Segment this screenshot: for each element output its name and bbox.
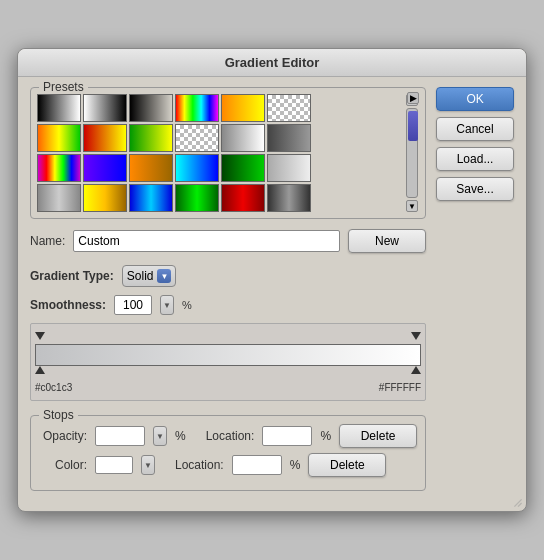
save-button[interactable]: Save... <box>436 177 514 201</box>
preset-item[interactable] <box>37 154 81 182</box>
preset-item[interactable] <box>221 124 265 152</box>
preset-item[interactable] <box>37 94 81 122</box>
opacity-location-input[interactable] <box>262 426 312 446</box>
opacity-stop-right[interactable] <box>411 332 421 340</box>
smoothness-input[interactable] <box>114 295 152 315</box>
color-stop-right[interactable] <box>411 366 421 374</box>
opacity-unit: % <box>175 429 186 443</box>
smoothness-dropdown[interactable]: ▼ <box>160 295 174 315</box>
preset-item[interactable] <box>129 154 173 182</box>
gradient-editor-dialog: Gradient Editor Presets ▶ ▲ ▼ <box>17 48 527 512</box>
preset-item[interactable] <box>83 94 127 122</box>
gradient-type-arrow-icon: ▼ <box>157 269 171 283</box>
opacity-stop-left[interactable] <box>35 332 45 340</box>
preset-item[interactable] <box>175 184 219 212</box>
stops-group: Stops Opacity: ▼ % Location: % Delete <box>30 415 426 491</box>
opacity-input[interactable] <box>95 426 145 446</box>
scrollbar-thumb[interactable] <box>408 111 418 141</box>
svg-line-0 <box>514 499 521 506</box>
preset-item[interactable] <box>175 124 219 152</box>
preset-item[interactable] <box>221 184 265 212</box>
delete-opacity-button[interactable]: Delete <box>339 424 417 448</box>
preset-item[interactable] <box>221 94 265 122</box>
preset-item[interactable] <box>221 154 265 182</box>
resize-handle[interactable] <box>512 497 524 509</box>
gradient-type-label: Gradient Type: <box>30 269 114 283</box>
left-color-label: #c0c1c3 <box>35 382 72 393</box>
presets-label: Presets <box>39 80 88 94</box>
dialog-title: Gradient Editor <box>18 49 526 77</box>
new-button[interactable]: New <box>348 229 426 253</box>
presets-scrollbar: ▲ ▼ <box>405 94 419 212</box>
opacity-dropdown[interactable]: ▼ <box>153 426 167 446</box>
name-row: Name: New <box>30 229 426 253</box>
cancel-button[interactable]: Cancel <box>436 117 514 141</box>
opacity-stop-row: Opacity: ▼ % Location: % Delete <box>39 424 417 448</box>
opacity-location-unit: % <box>320 429 331 443</box>
presets-group: Presets ▶ ▲ ▼ <box>30 87 426 219</box>
delete-color-button[interactable]: Delete <box>308 453 386 477</box>
preset-item[interactable] <box>267 154 311 182</box>
color-location-unit: % <box>290 458 301 472</box>
color-swatch[interactable] <box>95 456 133 474</box>
right-color-label: #FFFFFF <box>379 382 421 393</box>
preset-item[interactable] <box>83 184 127 212</box>
preset-item[interactable] <box>129 94 173 122</box>
scroll-down-button[interactable]: ▼ <box>406 200 418 212</box>
color-field-label: Color: <box>39 458 87 472</box>
opacity-field-label: Opacity: <box>39 429 87 443</box>
scrollbar-track[interactable] <box>406 108 418 198</box>
gradient-bar[interactable] <box>35 344 421 366</box>
right-panel: OK Cancel Load... Save... <box>436 87 514 491</box>
color-dropdown[interactable]: ▼ <box>141 455 155 475</box>
preset-item[interactable] <box>37 184 81 212</box>
svg-line-1 <box>518 503 522 507</box>
preset-item[interactable] <box>83 154 127 182</box>
preset-item[interactable] <box>83 124 127 152</box>
preset-item[interactable] <box>267 184 311 212</box>
left-panel: Presets ▶ ▲ ▼ N <box>30 87 426 491</box>
name-label: Name: <box>30 234 65 248</box>
gradient-type-select[interactable]: Solid ▼ <box>122 265 177 287</box>
color-stop-row: Color: ▼ Location: % Delete <box>39 453 417 477</box>
stops-group-label: Stops <box>39 408 78 422</box>
gradient-color-labels: #c0c1c3 #FFFFFF <box>35 380 421 394</box>
presets-content: ▲ ▼ <box>37 94 419 212</box>
gradient-section: #c0c1c3 #FFFFFF <box>30 323 426 401</box>
opacity-stops-row <box>35 330 421 344</box>
preset-item[interactable] <box>37 124 81 152</box>
preset-item[interactable] <box>129 184 173 212</box>
presets-expand-button[interactable]: ▶ <box>407 92 419 104</box>
smoothness-row: Smoothness: ▼ % <box>30 295 426 315</box>
ok-button[interactable]: OK <box>436 87 514 111</box>
preset-item[interactable] <box>175 94 219 122</box>
preset-item[interactable] <box>175 154 219 182</box>
color-stop-left[interactable] <box>35 366 45 374</box>
preset-item[interactable] <box>129 124 173 152</box>
color-location-label: Location: <box>175 458 224 472</box>
color-stops-row <box>35 366 421 380</box>
load-button[interactable]: Load... <box>436 147 514 171</box>
smoothness-unit: % <box>182 299 192 311</box>
opacity-location-label: Location: <box>206 429 255 443</box>
gradient-type-row: Gradient Type: Solid ▼ <box>30 265 426 287</box>
presets-grid <box>37 94 403 212</box>
color-location-input[interactable] <box>232 455 282 475</box>
preset-item[interactable] <box>267 94 311 122</box>
preset-item[interactable] <box>267 124 311 152</box>
name-input[interactable] <box>73 230 340 252</box>
smoothness-label: Smoothness: <box>30 298 106 312</box>
resize-area <box>18 501 526 511</box>
